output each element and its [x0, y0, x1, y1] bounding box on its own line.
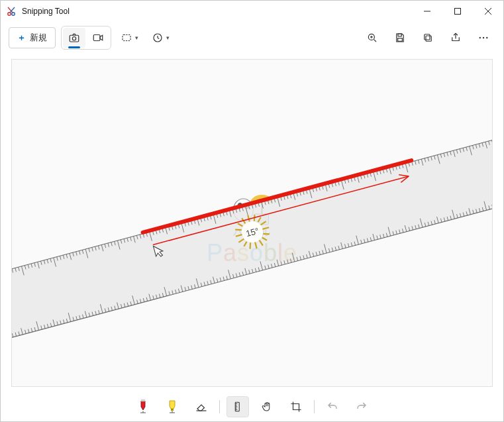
- title-bar: Snipping Tool: [1, 1, 503, 22]
- share-button[interactable]: [444, 27, 468, 48]
- copy-button[interactable]: [416, 27, 440, 48]
- chevron-down-icon: ▾: [166, 34, 170, 41]
- app-window: Snipping Tool ＋ 新規: [0, 0, 504, 422]
- maximize-button[interactable]: [442, 1, 473, 22]
- video-mode-button[interactable]: [87, 28, 109, 48]
- app-icon: [6, 6, 17, 17]
- ruler-overlay[interactable]: 15°: [12, 60, 493, 387]
- eraser-icon: [195, 401, 207, 413]
- share-icon: [450, 32, 462, 44]
- svg-rect-19: [426, 36, 431, 41]
- zoom-in-icon: [366, 32, 378, 44]
- touch-writing-button[interactable]: [256, 396, 278, 417]
- svg-point-9: [72, 37, 76, 40]
- crop-button[interactable]: [285, 396, 307, 417]
- svg-rect-499: [171, 409, 174, 411]
- edit-toolbar: [1, 392, 503, 421]
- snip-shape-dropdown[interactable]: ▾: [117, 28, 142, 48]
- svg-point-23: [486, 37, 487, 38]
- save-button[interactable]: [388, 27, 412, 48]
- separator: [314, 400, 315, 413]
- hand-icon: [261, 401, 273, 413]
- svg-rect-20: [425, 34, 430, 40]
- ruler-icon: [232, 401, 244, 413]
- svg-point-21: [479, 37, 481, 38]
- redo-button[interactable]: [350, 396, 373, 417]
- crop-icon: [290, 401, 302, 413]
- video-icon: [92, 32, 104, 44]
- svg-rect-5: [455, 9, 461, 15]
- highlighter-button[interactable]: [161, 396, 183, 417]
- redo-icon: [356, 401, 368, 413]
- svg-rect-497: [141, 399, 145, 401]
- highlighter-icon: [166, 399, 178, 414]
- chevron-down-icon: ▾: [135, 34, 138, 41]
- zoom-button[interactable]: [360, 27, 384, 48]
- minimize-button[interactable]: [412, 1, 442, 22]
- undo-button[interactable]: [321, 396, 344, 417]
- more-button[interactable]: [472, 27, 495, 48]
- plus-icon: ＋: [17, 32, 26, 44]
- svg-rect-10: [93, 35, 100, 41]
- svg-rect-18: [398, 38, 403, 42]
- camera-icon: [68, 32, 80, 44]
- svg-rect-11: [123, 35, 130, 41]
- save-icon: [394, 32, 406, 44]
- eraser-button[interactable]: [190, 396, 213, 417]
- app-title: Snipping Tool: [22, 7, 70, 16]
- mode-group: [61, 26, 111, 50]
- svg-point-22: [483, 37, 484, 38]
- toolbar-right: [360, 27, 495, 48]
- svg-point-1: [12, 13, 15, 15]
- new-snip-button[interactable]: ＋ 新規: [9, 27, 56, 48]
- clock-icon: [152, 32, 164, 44]
- new-snip-label: 新規: [30, 32, 47, 44]
- close-button[interactable]: [473, 1, 503, 22]
- delay-dropdown[interactable]: ▾: [148, 28, 174, 48]
- ruler-button[interactable]: [227, 396, 249, 417]
- ballpoint-pen-button[interactable]: [132, 396, 154, 417]
- canvas-area[interactable]: パソブル Pasoble: [1, 54, 503, 392]
- screenshot-mode-button[interactable]: [63, 28, 85, 48]
- copy-icon: [422, 32, 434, 44]
- separator: [219, 400, 220, 413]
- svg-line-14: [374, 40, 376, 42]
- svg-point-0: [8, 13, 11, 15]
- rect-snip-icon: [121, 32, 132, 44]
- more-icon: [478, 32, 489, 44]
- snip-canvas[interactable]: パソブル Pasoble: [11, 59, 493, 387]
- pen-red-icon: [137, 399, 149, 414]
- undo-icon: [327, 401, 338, 413]
- toolbar: ＋ 新規 ▾ ▾: [1, 22, 503, 54]
- svg-rect-8: [70, 35, 79, 42]
- svg-rect-17: [398, 34, 401, 36]
